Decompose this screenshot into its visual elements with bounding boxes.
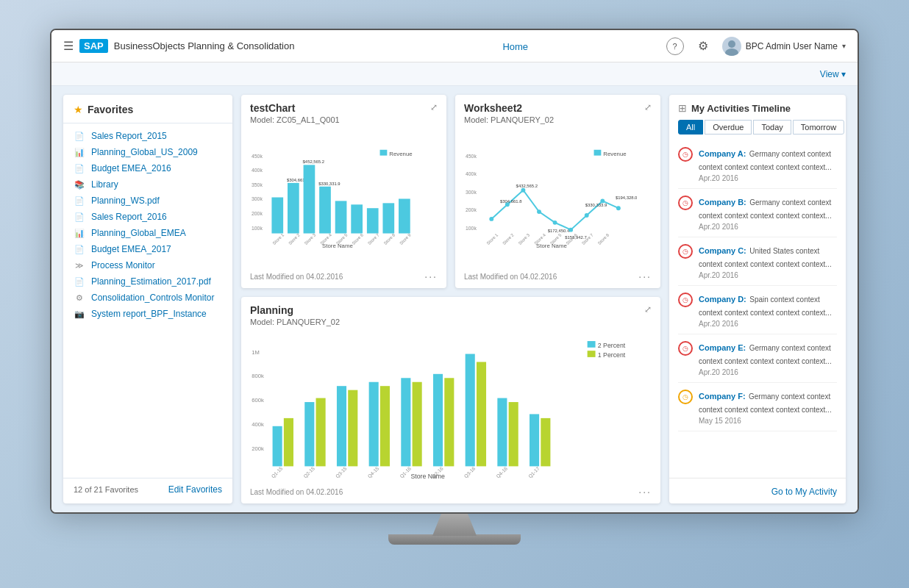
worksheet2-expand-icon[interactable]: ⤢	[644, 102, 652, 112]
activity-tab-overdue[interactable]: Overdue	[705, 120, 752, 135]
home-link[interactable]: Home	[502, 41, 528, 52]
svg-point-0	[728, 40, 735, 48]
testchart-more-icon[interactable]: ···	[424, 270, 438, 282]
svg-rect-10	[271, 198, 283, 234]
svg-rect-19	[367, 208, 379, 233]
activity-text: Company A: Germany context context conte…	[699, 146, 837, 182]
svg-rect-32	[594, 150, 602, 156]
user-name: BPC Admin User Name	[746, 41, 838, 51]
svg-text:Q2-15: Q2-15	[302, 465, 316, 479]
activity-company-label: Company B:	[699, 198, 746, 207]
planning-expand-icon[interactable]: ⤢	[644, 304, 652, 315]
activity-company[interactable]: Company B: Germany context context conte…	[699, 195, 837, 221]
fav-item-icon: 📄	[74, 132, 85, 141]
activity-company[interactable]: Company D: Spain context context context…	[699, 292, 837, 318]
fav-item-link: Planning_Estimation_2017.pdf	[91, 276, 211, 287]
svg-rect-83	[444, 378, 454, 466]
activity-company-label: Company D:	[699, 295, 746, 304]
favorites-footer: 12 of 21 Favorites Edit Favorites	[63, 478, 232, 498]
planning-title-area: Planning Model: PLANQUERY_02	[250, 304, 340, 331]
fav-item-icon: 📄	[74, 212, 85, 222]
svg-rect-76	[337, 386, 346, 466]
activity-company-label: Company F:	[699, 392, 746, 401]
planning-more-icon[interactable]: ···	[638, 486, 652, 498]
svg-text:$432,565.2: $432,565.2	[516, 184, 538, 188]
activity-status-icon: ◷	[678, 293, 693, 307]
testchart-footer: Last Modified on 04.02.2016 ···	[250, 270, 438, 282]
favorite-item[interactable]: 📄Sales Report_2015	[63, 128, 232, 144]
fav-item-icon: 📚	[74, 180, 85, 190]
help-button[interactable]: ?	[666, 37, 684, 55]
activity-tab-all[interactable]: All	[678, 120, 703, 135]
testchart-model: Model: ZC05_AL1_Q001	[250, 115, 340, 124]
edit-favorites-link[interactable]: Edit Favorites	[168, 484, 222, 495]
svg-text:$330,331.9: $330,331.9	[318, 182, 340, 186]
svg-rect-84	[466, 354, 475, 467]
activity-item: ◷ Company E: Germany context context con…	[678, 334, 837, 383]
activities-tabs: AllOverdueTodayTomorrow	[669, 120, 846, 140]
activity-text: Company B: Germany context context conte…	[699, 195, 837, 231]
svg-text:200k: 200k	[466, 207, 477, 212]
fav-item-icon: 📄	[74, 164, 85, 173]
svg-text:400k: 400k	[252, 421, 264, 428]
activity-item: ◷ Company C: United States context conte…	[678, 237, 837, 286]
view-button[interactable]: View ▾	[820, 69, 846, 79]
planning-footer: Last Modified on 04.02.2016 ···	[250, 486, 652, 498]
worksheet2-container: Revenue 450k 400k 300k 200k 100k	[464, 129, 652, 266]
svg-rect-20	[382, 203, 394, 233]
fav-item-icon: 📄	[74, 245, 85, 254]
activities-title-row: ⊞ My Activities Timeline	[669, 102, 846, 120]
svg-text:Q4-16: Q4-16	[495, 465, 509, 479]
fav-item-icon: 📷	[74, 309, 85, 319]
user-area[interactable]: BPC Admin User Name ▾	[722, 37, 846, 56]
worksheet2-more-icon[interactable]: ···	[638, 270, 652, 282]
svg-text:2 Percent: 2 Percent	[598, 342, 626, 349]
favorites-title-row: ★ Favorites	[63, 104, 232, 123]
svg-text:Revenue: Revenue	[603, 151, 626, 157]
favorite-item[interactable]: 📄Planning_WS.pdf	[63, 193, 232, 209]
favorite-item[interactable]: 📊Planning_Global_EMEA	[63, 225, 232, 241]
activity-text: Company E: Germany context context conte…	[699, 340, 837, 376]
favorite-item[interactable]: 📄Budget EMEA_2016	[63, 160, 232, 176]
svg-text:300k: 300k	[466, 190, 477, 195]
testchart-expand-icon[interactable]: ⤢	[430, 102, 438, 112]
activity-company[interactable]: Company A: Germany context context conte…	[699, 146, 837, 173]
header-right: ? ⚙ BPC Admin User Name ▾	[666, 37, 846, 56]
svg-rect-18	[351, 204, 363, 233]
svg-text:Q3-15: Q3-15	[335, 465, 349, 479]
activity-company[interactable]: Company F: Germany context context conte…	[699, 389, 837, 415]
activity-company[interactable]: Company E: Germany context context conte…	[699, 340, 837, 367]
go-to-activity-link[interactable]: Go to My Activity	[771, 487, 837, 497]
svg-rect-2	[380, 150, 388, 156]
favorite-item[interactable]: 📄Sales Report_2016	[63, 209, 232, 225]
svg-text:$304,661.8: $304,661.8	[500, 199, 522, 204]
activity-tab-tomorrow[interactable]: Tomorrow	[793, 120, 844, 135]
favorite-item[interactable]: 📊Planning_Global_US_2009	[63, 144, 232, 160]
hamburger-icon[interactable]: ☰	[63, 39, 74, 53]
svg-point-39	[489, 217, 493, 221]
svg-rect-85	[477, 362, 486, 466]
activity-tab-today[interactable]: Today	[753, 120, 791, 135]
favorite-item[interactable]: ≫Process Monitor	[63, 257, 232, 273]
planning-modified: Last Modified on 04.02.2016	[250, 488, 343, 496]
fav-item-icon: 📄	[74, 196, 85, 206]
activity-company[interactable]: Company C: United States context context…	[699, 243, 837, 270]
svg-text:100k: 100k	[252, 226, 263, 231]
favorite-item[interactable]: 📚Library	[63, 176, 232, 193]
worksheet2-header: Worksheet2 Model: PLANQUERY_02 ⤢	[464, 102, 652, 129]
favorites-list: 📄Sales Report_2015📊Planning_Global_US_20…	[63, 128, 232, 475]
svg-rect-21	[399, 198, 410, 233]
favorite-item[interactable]: 📄Planning_Estimation_2017.pdf	[63, 273, 232, 290]
app-name: BusinessObjects Planning & Consolidation	[114, 40, 295, 51]
activity-date: Apr.20 2016	[699, 223, 837, 231]
fav-item-icon: ⚙	[74, 293, 85, 303]
activity-company-label: Company C:	[699, 246, 746, 255]
svg-rect-13	[304, 165, 316, 233]
favorite-item[interactable]: ⚙Consolidation_Controls Monitor	[63, 290, 232, 306]
favorite-item[interactable]: 📷System report_BPF_Instance	[63, 306, 232, 322]
svg-text:1M: 1M	[252, 349, 260, 356]
fav-item-link: Process Monitor	[91, 260, 155, 270]
settings-button[interactable]: ⚙	[694, 37, 712, 55]
fav-item-link: Planning_Global_EMEA	[91, 228, 186, 238]
favorite-item[interactable]: 📄Budget EMEA_2017	[63, 241, 232, 257]
